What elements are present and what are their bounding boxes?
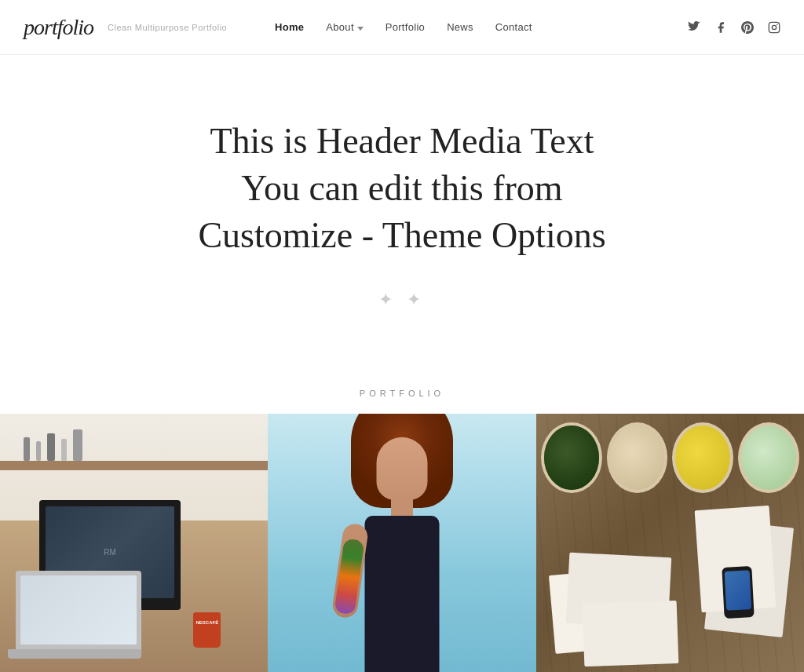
face (376, 437, 427, 500)
paper-3 (582, 601, 678, 667)
social-icons (688, 21, 780, 34)
hero-title-line3: Customize - Theme Options (198, 215, 605, 255)
phone (722, 566, 754, 619)
hero-title-line1: This is Header Media Text (210, 121, 594, 161)
flatlay-photo (536, 414, 804, 672)
svg-point-2 (777, 24, 778, 25)
woman-photo (268, 414, 535, 672)
portfolio-label: PORTFOLIO (0, 389, 804, 398)
portfolio-item-workspace[interactable]: RM NESCAFÉ (0, 414, 268, 672)
workspace-photo: RM NESCAFÉ (0, 414, 268, 672)
site-tagline: Clean Multipurpose Portfolio (108, 23, 227, 32)
hero-title-line2: You can edit this from (241, 168, 562, 208)
coffee-cup: NESCAFÉ (193, 612, 221, 648)
nav-portfolio[interactable]: Portfolio (386, 21, 425, 33)
instagram-icon[interactable] (768, 21, 780, 34)
facebook-icon[interactable] (714, 21, 727, 34)
portfolio-item-flatlay[interactable] (536, 414, 804, 672)
hero-section: This is Header Media Text You can edit t… (0, 55, 804, 357)
nav-home[interactable]: Home (275, 21, 304, 33)
phone-screen (725, 571, 752, 612)
chevron-down-icon (357, 27, 364, 31)
hero-divider: ✦ ✦ (378, 290, 426, 310)
laptop-screen (20, 575, 137, 645)
star-decoration: ✦ ✦ (378, 290, 426, 309)
portfolio-section: PORTFOLIO RM (0, 357, 804, 672)
tattoo (334, 539, 364, 615)
laptop (16, 571, 141, 649)
shelf-items (24, 429, 82, 461)
woman-figure (323, 414, 481, 672)
svg-rect-0 (769, 22, 779, 32)
shelf-item-5 (73, 429, 82, 461)
nav-contact[interactable]: Contact (495, 21, 532, 33)
pinterest-icon[interactable] (741, 21, 754, 34)
nav-about-label: About (326, 21, 353, 33)
papers-area (544, 500, 796, 672)
nav-news[interactable]: News (447, 21, 473, 33)
body (364, 516, 439, 672)
laptop-base (8, 649, 141, 659)
shelf (0, 461, 268, 470)
portfolio-grid: RM NESCAFÉ (0, 414, 804, 672)
portfolio-item-woman[interactable] (268, 414, 535, 672)
shelf-item-4 (61, 439, 67, 461)
logo-area: portfolio Clean Multipurpose Portfolio (24, 15, 275, 40)
cup-label: NESCAFÉ (196, 620, 218, 625)
shelf-item-2 (36, 441, 41, 461)
tattooed-arm (331, 523, 369, 619)
bowls-row (536, 418, 804, 498)
main-nav: Home About Portfolio News Contact (275, 21, 688, 33)
nav-about[interactable]: About (326, 21, 363, 33)
shelf-item-1 (24, 437, 30, 461)
site-header: portfolio Clean Multipurpose Portfolio H… (0, 0, 804, 55)
bowl-3 (672, 422, 733, 493)
svg-point-1 (772, 25, 776, 29)
shelf-item-3 (47, 433, 55, 461)
bowl-2 (607, 422, 668, 493)
bowl-4 (738, 422, 799, 493)
twitter-icon[interactable] (688, 21, 700, 34)
bowl-1 (541, 422, 602, 493)
hero-title: This is Header Media Text You can edit t… (198, 118, 605, 258)
site-logo[interactable]: portfolio (24, 15, 93, 40)
